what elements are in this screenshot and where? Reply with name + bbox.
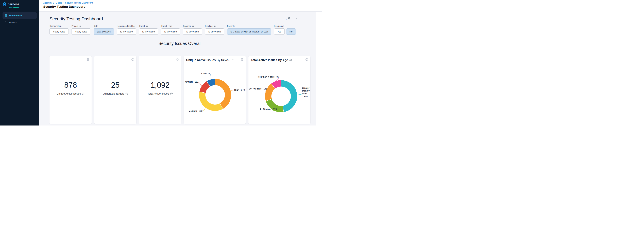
dashboard-toolbar	[288, 16, 305, 19]
breadcrumb-separator: ›	[63, 1, 64, 4]
leader-line	[202, 108, 206, 111]
close-icon[interactable]	[288, 16, 290, 19]
section-title: Security Issues Overall	[50, 41, 310, 46]
tile-vulnerable-targets: 25 Vulnerable Targets	[94, 56, 136, 124]
link-icon	[192, 25, 194, 27]
filter-scanner: Scanner is any value	[183, 25, 202, 35]
tile-label: Total Active Issues	[148, 92, 169, 95]
slice-label-7-30-days: 7 - 30 days - 173	[260, 108, 277, 111]
filter-date-value[interactable]: Last 90 Days	[94, 28, 114, 35]
slice-label-low: Low - 77	[201, 72, 210, 75]
leader-line	[231, 89, 235, 91]
tile-value: 878	[64, 80, 77, 89]
top-header: Account: STO test › Security Testing Das…	[39, 0, 322, 11]
filter-reference-identifier-value[interactable]: is any value	[117, 28, 136, 35]
leader-line	[198, 82, 202, 86]
slice-label-high: High - 370	[234, 89, 245, 91]
globe-icon[interactable]	[86, 58, 90, 61]
exempted-yes-button[interactable]: Yes	[274, 28, 285, 35]
harness-logo-icon	[2, 2, 6, 6]
breadcrumb-account-link[interactable]: Account: STO test	[43, 1, 62, 4]
filter-lines-icon[interactable]	[295, 16, 298, 19]
sidebar-item-label: Folders	[9, 21, 17, 24]
filter-label: Reference Identifier	[117, 25, 135, 27]
donut-slice-0[interactable]	[281, 80, 297, 112]
logo-text: harness	[8, 2, 19, 6]
logo-row: harness	[0, 0, 39, 6]
filter-organization-value[interactable]: is any value	[50, 28, 69, 35]
exempted-no-button[interactable]: No	[286, 28, 296, 35]
filter-label: Exempted	[274, 25, 284, 27]
sidebar-item-label: Dashboards	[9, 14, 22, 17]
kebab-menu-icon[interactable]	[302, 16, 305, 19]
slice-label-less-than-7-days: less than 7 days - 80	[258, 75, 279, 78]
sidebar: harness Dashboards Dashboards	[0, 0, 39, 125]
filter-project: Project is any value	[72, 25, 91, 35]
filter-reference-identifier: Reference Identifier is any value	[117, 25, 136, 35]
filter-label: Target Type	[161, 25, 172, 27]
filter-exempted: Exempted Yes No	[274, 25, 296, 35]
tile-label: Unique Active Issues	[56, 92, 81, 95]
donut-slice-1[interactable]	[199, 92, 223, 111]
link-icon	[146, 25, 148, 27]
filter-label: Severity	[227, 25, 235, 27]
leader-line	[297, 94, 302, 95]
filter-severity: Severity is Critical or High or Medium o…	[227, 25, 271, 35]
filter-severity-value[interactable]: is Critical or High or Medium or Low	[227, 28, 271, 35]
info-icon[interactable]	[82, 92, 84, 95]
filter-bar: Organization is any value Project is any…	[50, 25, 316, 35]
filter-target-type-value[interactable]: is any value	[161, 28, 180, 35]
folder-icon	[4, 21, 8, 24]
tile-value: 1,092	[151, 80, 170, 89]
slice-label-critical: Critical - 116	[185, 81, 198, 83]
link-icon	[214, 25, 216, 27]
info-icon[interactable]	[170, 92, 173, 95]
filter-scanner-value[interactable]: is any value	[183, 28, 202, 35]
dashboards-icon	[4, 14, 8, 17]
page-title: Security Testing Dashboard	[43, 5, 86, 8]
filter-project-value[interactable]: is any value	[72, 28, 91, 35]
cards-row: 878 Unique Active Issues 25 Vulnerable T…	[50, 56, 316, 124]
globe-icon[interactable]	[131, 58, 134, 61]
tile-total-active-issues: 1,092 Total Active Issues	[139, 56, 181, 124]
cursor-dot	[286, 19, 287, 20]
filter-label: Organization	[50, 25, 62, 27]
breadcrumb-current-link[interactable]: Security Testing Dashboard	[65, 1, 93, 4]
sidebar-divider	[2, 10, 37, 11]
filter-label: Date	[94, 25, 98, 27]
filter-label: Target	[139, 25, 145, 27]
filter-pipeline: Pipeline is any value	[205, 25, 224, 35]
slice-label-greater-than-90-days: greater than 90 days - 359	[302, 87, 310, 98]
grid-menu-icon[interactable]	[34, 4, 37, 7]
slice-label-medium: Medium - 322	[189, 110, 202, 113]
filter-label: Pipeline	[205, 25, 212, 27]
filter-pipeline-value[interactable]: is any value	[205, 28, 224, 35]
filter-organization: Organization is any value	[50, 25, 69, 35]
filter-label: Project	[72, 25, 78, 27]
link-icon	[79, 25, 82, 27]
sidebar-item-dashboards[interactable]: Dashboards	[2, 12, 37, 19]
info-icon[interactable]	[126, 92, 128, 95]
leader-line	[210, 74, 211, 80]
globe-icon[interactable]	[176, 58, 179, 61]
right-scroll-gutter[interactable]	[316, 11, 322, 125]
filter-target: Target is any value	[139, 25, 158, 35]
tile-label: Vulnerable Targets	[103, 92, 124, 95]
filter-date: Date Last 90 Days	[94, 25, 114, 35]
sidebar-item-folders[interactable]: Folders	[2, 19, 37, 26]
tile-unique-active-issues: 878 Unique Active Issues	[50, 56, 92, 124]
sidebar-nav: Dashboards Folders	[0, 12, 39, 26]
slice-label-30-90-days: 30 - 90 days - 146	[249, 87, 267, 90]
filter-target-type: Target Type is any value	[161, 25, 180, 35]
dashboard-content: Security Testing Dashboard Organization …	[39, 11, 316, 125]
chart-card-issues-by-severity: Unique Active Issues By Seve... High - 3…	[184, 56, 246, 124]
chart-card-issues-by-age: Total Active Issues By Age greater than …	[248, 56, 310, 124]
filter-label: Scanner	[183, 25, 191, 27]
filter-target-value[interactable]: is any value	[139, 28, 158, 35]
dashboard-panel-title: Security Testing Dashboard	[50, 16, 316, 21]
breadcrumb: Account: STO test › Security Testing Das…	[43, 1, 93, 4]
tile-value: 25	[111, 80, 120, 89]
